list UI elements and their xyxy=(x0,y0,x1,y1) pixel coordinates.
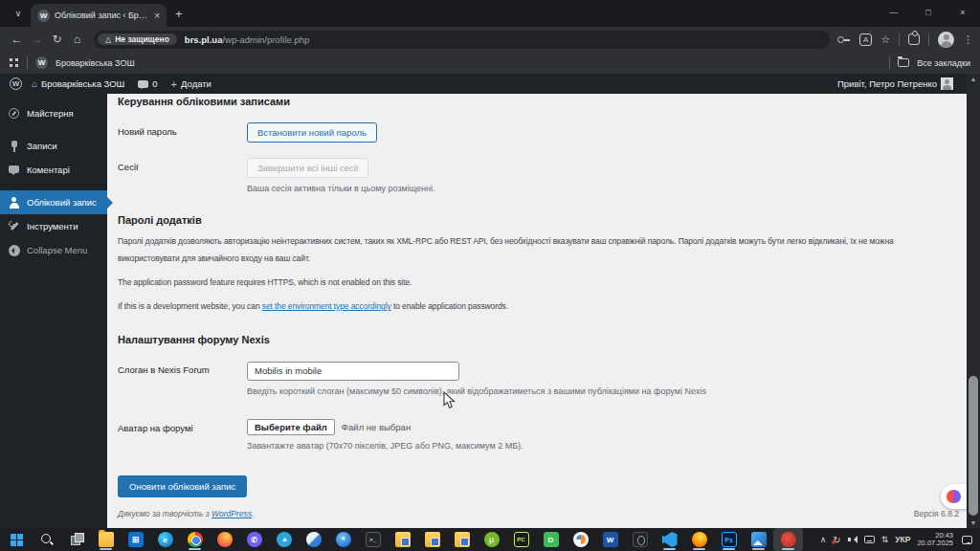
maximize-button[interactable]: □ xyxy=(911,0,946,25)
browser-profile-avatar[interactable] xyxy=(938,32,954,48)
scroll-up-icon[interactable]: ▲ xyxy=(967,76,980,82)
app-passwords-paragraph-1: Паролі додатків дозволяють авторизацію н… xyxy=(118,232,957,267)
taskbar-task-view[interactable] xyxy=(61,528,91,551)
sidebar-item-dashboard[interactable]: Майстерня xyxy=(0,101,107,125)
volume-icon[interactable] xyxy=(848,535,858,544)
taskbar-photoshop[interactable]: Ps xyxy=(714,528,744,551)
scroll-down-icon[interactable]: ▼ xyxy=(967,519,980,526)
sidebar-item-posts[interactable]: Записи xyxy=(0,134,107,158)
browser-tab[interactable]: W Обліковий запис ‹ Броварківс × xyxy=(31,4,167,27)
browser-menu-icon[interactable]: ⋮ xyxy=(963,33,973,46)
start-button[interactable] xyxy=(2,528,32,551)
taskbar-scratch[interactable] xyxy=(773,528,803,551)
profile-page-content: Керування обліковими записами Новий паро… xyxy=(107,94,967,528)
taskbar-clock[interactable]: 20:4320.07.2025 xyxy=(917,532,953,548)
tab-close-icon[interactable]: × xyxy=(154,11,160,21)
divider xyxy=(899,33,900,46)
back-icon[interactable]: ← xyxy=(7,33,27,46)
file-manager-icon xyxy=(455,532,470,547)
taskbar-terminal[interactable]: >_ xyxy=(358,528,388,551)
file-explorer-icon xyxy=(99,532,114,547)
extensions-puzzle-icon[interactable] xyxy=(908,33,920,45)
taskbar-firefox[interactable] xyxy=(210,528,239,551)
collapse-arrow-icon xyxy=(8,244,20,256)
slogan-input[interactable] xyxy=(247,362,459,381)
taskbar-microsoft-store[interactable]: ⊞ xyxy=(121,528,150,551)
security-badge[interactable]: △ Не защищено xyxy=(98,33,177,45)
brain-icon xyxy=(947,490,961,503)
docker-icon: D xyxy=(544,532,559,547)
notifications-icon[interactable] xyxy=(962,536,972,544)
taskbar-commander-1[interactable] xyxy=(388,528,417,551)
taskbar-commander-2[interactable] xyxy=(417,528,447,551)
reload-icon[interactable]: ↻ xyxy=(47,33,67,46)
taskbar-pycharm[interactable]: PC xyxy=(506,528,536,551)
browser-tab-strip: ∨ W Обліковий запис ‹ Броварківс × + — □… xyxy=(0,0,980,27)
taskbar-edge[interactable]: e xyxy=(150,528,180,551)
comment-icon xyxy=(8,164,20,176)
taskbar-opera[interactable] xyxy=(625,528,655,551)
sidebar-item-comments[interactable]: Коментарі xyxy=(0,158,107,182)
ai-extension-widget[interactable] xyxy=(941,484,967,509)
taskbar-photos[interactable] xyxy=(744,528,773,551)
compass-icon xyxy=(573,532,589,547)
admin-bar-new-button[interactable]: + Додати xyxy=(167,78,215,90)
sidebar-item-profile[interactable]: Обліковий запис xyxy=(0,190,107,214)
sidebar-item-tools[interactable]: Інструменти xyxy=(0,214,107,238)
tab-search-icon[interactable]: ∨ xyxy=(8,4,29,23)
admin-bar-account[interactable]: Привіт, Петро Петренко xyxy=(834,77,957,90)
password-key-icon[interactable] xyxy=(836,33,851,46)
home-icon[interactable]: ⌂ xyxy=(67,33,87,46)
address-bar[interactable]: △ Не защищено brs.pl.ua/wp-admin/profile… xyxy=(94,31,830,49)
taskbar-blue-globe[interactable]: * xyxy=(328,528,358,551)
bookmark-star-icon[interactable]: ☆ xyxy=(880,33,890,46)
taskbar-chrome[interactable] xyxy=(180,528,210,551)
logout-everywhere-button: Завершити всі інші сесії xyxy=(247,158,368,178)
slogan-description: Введіть короткий слоган (максимум 50 сим… xyxy=(247,386,957,396)
all-bookmarks-button[interactable]: Все закладки xyxy=(917,58,970,68)
wordpress-link[interactable]: WordPress xyxy=(212,509,252,518)
taskbar-compass-browser[interactable] xyxy=(566,528,595,551)
taskbar-commander-3[interactable] xyxy=(447,528,477,551)
network-icon[interactable]: ⇅ xyxy=(881,535,889,544)
forward-icon[interactable]: → xyxy=(27,33,47,46)
taskbar-viber[interactable]: ✆ xyxy=(239,528,269,551)
wordpress-logo-icon[interactable]: W xyxy=(10,77,22,90)
taskbar-file-explorer[interactable] xyxy=(91,528,121,551)
bookmark-item[interactable]: Броварківська ЗОШ xyxy=(56,58,135,68)
taskbar-vscode[interactable] xyxy=(655,528,684,551)
new-tab-button[interactable]: + xyxy=(175,8,183,20)
update-profile-button[interactable]: Оновити обліковий запис xyxy=(118,475,247,497)
set-new-password-button[interactable]: Встановити новий пароль xyxy=(247,122,377,143)
language-indicator[interactable]: УКР xyxy=(895,535,910,544)
chrome-icon xyxy=(188,532,203,547)
admin-footer: Дякуємо за творчість з WordPress. Версія… xyxy=(118,509,959,518)
taskbar-word[interactable]: W xyxy=(595,528,625,551)
sidebar-collapse-menu[interactable]: Collapse Menu xyxy=(0,238,107,262)
taskbar-utorrent[interactable]: µ xyxy=(477,528,506,551)
environment-type-link[interactable]: set the environment type accordingly xyxy=(262,301,391,311)
apps-grid-icon[interactable] xyxy=(10,58,19,68)
hidden-icons-chevron[interactable]: ∧ xyxy=(820,535,827,544)
photoshop-icon: Ps xyxy=(722,532,737,547)
page-scrollbar[interactable]: ▲ ▼ xyxy=(967,74,980,528)
edge-icon: e xyxy=(158,532,173,547)
scrollbar-thumb[interactable] xyxy=(969,376,978,516)
touch-keyboard-icon[interactable] xyxy=(864,536,875,543)
close-button[interactable]: × xyxy=(946,0,980,25)
toolbar-right-icons: A ☆ ⋮ xyxy=(836,32,973,48)
taskbar-browser-sphere[interactable] xyxy=(299,528,328,551)
taskbar-docker[interactable]: D xyxy=(536,528,566,551)
new-password-label: Новий пароль xyxy=(118,122,247,143)
minimize-button[interactable]: — xyxy=(877,0,911,25)
globe-icon: * xyxy=(336,532,351,547)
task-view-icon xyxy=(69,532,84,547)
taskbar-search[interactable] xyxy=(32,528,61,551)
choose-file-button[interactable]: Выберите файл xyxy=(247,419,335,435)
sync-alert-icon[interactable]: ↻ xyxy=(833,535,840,545)
admin-bar-comments[interactable]: 0 xyxy=(134,78,161,89)
taskbar-firefox-dev[interactable] xyxy=(684,528,714,551)
admin-bar-site-name[interactable]: ⌂ Броварківська ЗОШ xyxy=(28,78,128,89)
taskbar-telegram[interactable]: ◄ xyxy=(269,528,299,551)
translate-icon[interactable]: A xyxy=(859,33,872,46)
